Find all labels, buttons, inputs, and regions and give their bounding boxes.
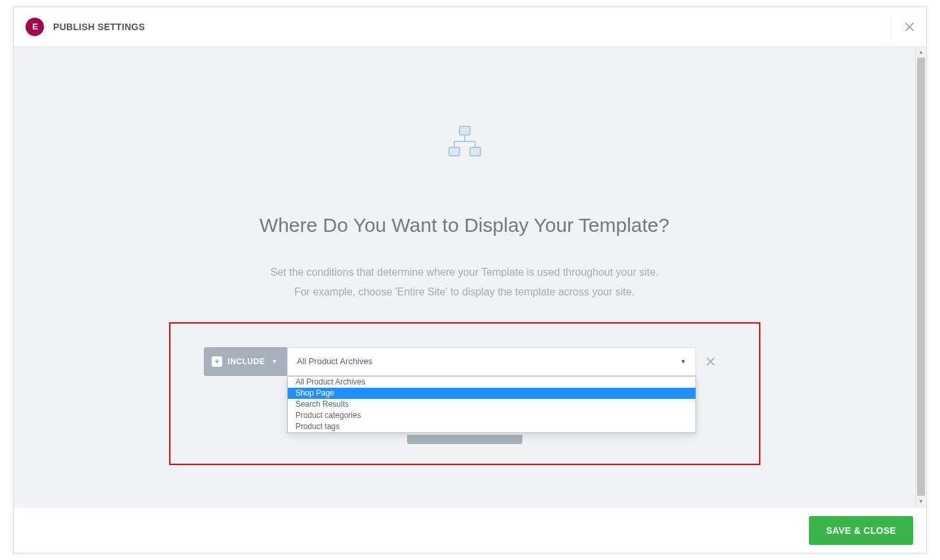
condition-row: + INCLUDE ▼ All Product Archives ▼ All P… — [170, 347, 759, 376]
svg-rect-2 — [470, 147, 480, 156]
modal-footer: SAVE & CLOSE — [14, 507, 926, 553]
modal-title: PUBLISH SETTINGS — [53, 22, 145, 32]
close-icon — [706, 357, 715, 366]
sitemap-icon — [445, 125, 484, 162]
svg-rect-0 — [460, 126, 470, 135]
vertical-scrollbar[interactable]: ▲ ▼ — [915, 47, 926, 507]
include-label: INCLUDE — [227, 357, 265, 366]
include-toggle-button[interactable]: + INCLUDE ▼ — [204, 347, 286, 376]
content-area: Where Do You Want to Display Your Templa… — [14, 47, 915, 465]
description-line-1: Set the conditions that determine where … — [14, 263, 915, 282]
caret-down-icon: ▼ — [271, 358, 277, 365]
modal-body-wrapper: Where Do You Want to Display Your Templa… — [14, 47, 926, 507]
remove-condition-button[interactable] — [696, 347, 725, 376]
close-button[interactable] — [891, 15, 914, 39]
select-current-value: All Product Archives — [297, 356, 373, 366]
dropdown-option[interactable]: Product categories — [288, 410, 695, 421]
save-and-close-button[interactable]: SAVE & CLOSE — [809, 516, 913, 545]
add-condition-button[interactable] — [407, 435, 522, 444]
scroll-down-arrow-icon[interactable]: ▼ — [916, 496, 926, 507]
close-icon — [905, 22, 914, 32]
plus-icon: + — [212, 356, 222, 367]
dropdown-option[interactable]: All Product Archives — [288, 377, 695, 388]
condition-options-dropdown: All Product Archives Shop Page Search Re… — [287, 376, 696, 433]
dropdown-option[interactable]: Search Results — [288, 399, 695, 410]
scroll-track[interactable] — [916, 58, 926, 496]
condition-select[interactable]: All Product Archives ▼ All Product Archi… — [287, 347, 696, 376]
description-line-2: For example, choose 'Entire Site' to dis… — [14, 282, 915, 302]
description-text: Set the conditions that determine where … — [14, 263, 915, 303]
dropdown-option[interactable]: Shop Page — [288, 388, 695, 399]
modal-body: Where Do You Want to Display Your Templa… — [14, 47, 915, 507]
svg-rect-1 — [449, 147, 460, 156]
dropdown-option[interactable]: Product tags — [288, 421, 695, 432]
scroll-thumb[interactable] — [917, 58, 925, 496]
publish-settings-modal: E PUBLISH SETTINGS Where Do You Want to … — [13, 7, 927, 553]
scroll-up-arrow-icon[interactable]: ▲ — [916, 47, 926, 58]
header-left: E PUBLISH SETTINGS — [26, 18, 145, 36]
modal-header: E PUBLISH SETTINGS — [14, 7, 926, 47]
conditions-highlight-box: + INCLUDE ▼ All Product Archives ▼ All P… — [169, 322, 760, 465]
caret-down-icon: ▼ — [680, 358, 686, 365]
elementor-logo-icon: E — [26, 18, 44, 36]
main-heading: Where Do You Want to Display Your Templa… — [14, 214, 915, 236]
